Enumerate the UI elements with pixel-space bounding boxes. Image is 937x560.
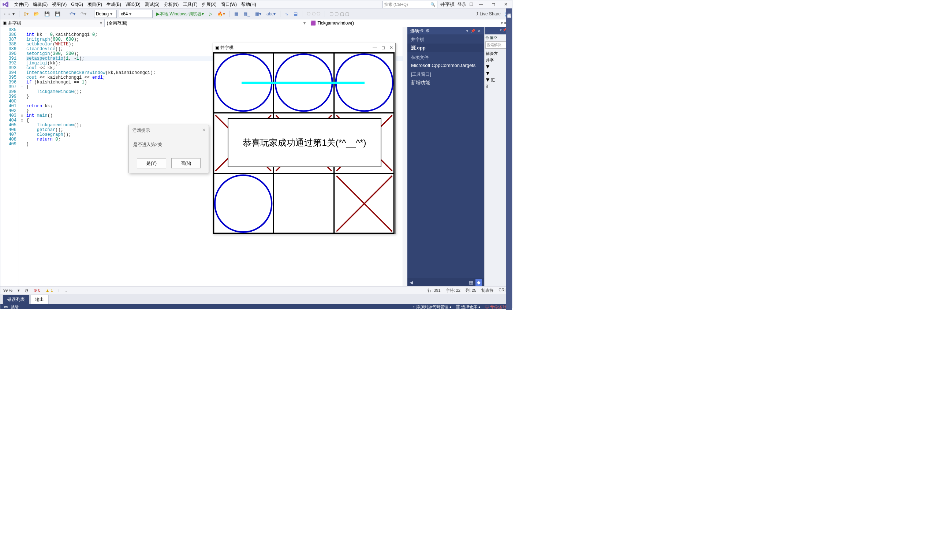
start-debug-button[interactable]: ▶ 本地 Windows 调试器 ▾ [155,11,205,18]
menu-bar: 文件(F)编辑(E)视图(V)Git(G)项目(P)生成(B)调试(D)测试(S… [0,0,512,8]
menu-item[interactable]: 生成(B) [104,2,123,7]
dialog-message: 是否进入第2关 [129,136,209,155]
undo-icon[interactable]: ↶▾ [68,11,77,17]
error-count[interactable]: ⊘ 0 [34,288,40,293]
live-share-button[interactable]: ⤴ Live Share 👤 [476,11,510,17]
nav-bar: ▣ 井字棋▾ (全局范围)▾ 🟪 Tickgamewindow()▾ ➕ [0,19,512,27]
char-indicator: 字符: 22 [446,288,460,293]
diamond-icon[interactable]: ◆ [475,279,482,286]
line-indicator: 行: 391 [428,288,440,293]
dock-tool-icon[interactable]: ◎ [485,35,489,40]
search-icon: 🔍 [431,2,435,7]
start-nodebug-icon[interactable]: ▷ [208,11,214,17]
save-all-icon[interactable]: 💾 [54,11,62,17]
menu-item[interactable]: 测试(S) [143,2,162,7]
menu-item[interactable]: 帮助(H) [239,2,258,7]
vs-logo-icon [2,1,9,8]
menu-item[interactable]: 扩展(X) [200,2,219,7]
zoom-level[interactable]: 99 % [3,288,12,292]
vs-window: 文件(F)编辑(E)视图(V)Git(G)项目(P)生成(B)调试(D)测试(S… [0,0,512,308]
hot-reload-icon[interactable]: 🔥▾ [216,11,226,17]
menu-item[interactable]: 编辑(E) [31,2,50,7]
tb-icon-2[interactable]: ▦_ [242,11,251,17]
home-icon[interactable]: ▦ [469,280,473,285]
nav-project-combo[interactable]: ▣ 井字棋▾ [0,19,105,27]
no-button[interactable]: 否(N) [171,158,201,168]
solution-name: 井字棋 [440,1,455,8]
redo-icon[interactable]: ↷▾ [79,11,88,17]
nav-member-combo[interactable]: 🟪 Tickgamewindow()▾ ➕ [308,19,512,27]
side-group-3: [工具窗口] [408,69,484,78]
panel-winbtns[interactable]: ▾ 📌 ✕ [466,29,481,33]
tb-icon-8[interactable]: ▢ ▢ ▢ ▢ [328,11,351,17]
tab-cpp-targets[interactable]: Microsoft.CppCommon.targets [408,62,484,69]
maximize-icon[interactable]: ◻ [382,45,385,50]
tb-icon-3[interactable]: ▦▾ [254,11,263,17]
message-dialog: 游戏提示 ✕ 是否进入第2关 是(Y) 否(N) [128,125,209,173]
standard-toolbar: ◦ ↔ ▾ ▯▾ 📂 💾 💾 ↶▾ ↷▾ Debug▾ x64▾ ▶ 本地 Wi… [0,8,512,19]
minimize-icon[interactable]: — [476,1,486,8]
indent-indicator[interactable]: 制表符 [481,288,493,293]
line-gutter: 3853863873883893903913923933943953963973… [0,27,19,286]
menu-item[interactable]: 窗口(W) [219,2,239,7]
tab-whatsnew[interactable]: 新增功能 [408,78,484,87]
nav-up-icon[interactable]: ↑ [58,288,60,292]
menu-item[interactable]: 视图(V) [50,2,69,7]
tab-source-cpp[interactable]: 源.cpp [408,43,484,52]
yes-button[interactable]: 是(Y) [137,158,166,168]
scrollbar[interactable] [403,27,408,286]
signin-link[interactable]: 登录 [457,2,466,8]
restore-icon[interactable]: ◻ [489,1,498,8]
menu-item[interactable]: 项目(P) [85,2,104,7]
quick-search-input[interactable]: 搜索 (Ctrl+Q)🔍 [383,1,437,8]
tb-icon-4[interactable]: abc▾ [265,11,277,17]
tab-error-list[interactable]: 错误列表 [3,295,30,304]
dock-tool-icon[interactable]: ▣ [490,35,493,40]
source-control[interactable]: ↑ 添加到源代码管理 ▴ [413,304,452,310]
repo-picker[interactable]: ▦ 选择仓库 ▴ [456,304,481,310]
minimize-icon[interactable]: — [372,45,377,50]
tabs-panel-title: 选项卡⚙ ▾ 📌 ✕ [408,27,484,34]
nav-down-icon[interactable]: ↓ [65,288,67,292]
tb-icon-1[interactable]: ▦ [233,11,240,17]
menu-item[interactable]: 调试(D) [123,2,143,7]
status-bar: ▭ 就绪 ↑ 添加到源代码管理 ▴ ▦ 选择仓库 ▴ ◎ 专命运1光 [0,304,512,309]
nav-scope-combo[interactable]: (全局范围)▾ [105,19,309,27]
win-line [242,82,365,84]
diagnostics-rail[interactable]: 诊断工具 [506,8,512,310]
save-icon[interactable]: 💾 [43,11,51,17]
tb-icon-5[interactable]: ↘ [283,11,290,17]
tb-icon-7[interactable]: ⎔ ⎔ ⎔ [305,11,322,17]
menu-item[interactable]: 文件(F) [12,2,31,7]
col-indicator: 列: 25 [466,288,476,293]
dock-tool-icon[interactable]: ⟳ [494,35,497,40]
app-icon: ▣ [215,45,219,50]
game-titlebar: ▣ 井字棋 —◻✕ [213,43,395,52]
no-issues-icon[interactable]: ◔ [25,288,29,293]
fold-column: ⊟⊟⊟ [19,27,25,286]
status-ready: 就绪 [11,304,18,310]
tool-tabs: 错误列表 输出 [0,294,512,304]
tab-output[interactable]: 输出 [31,295,49,304]
open-icon[interactable]: 📂 [32,11,41,17]
close-icon[interactable]: ✕ [202,128,206,132]
close-icon[interactable]: ✕ [501,1,511,8]
nav-back-icon[interactable]: ◦ ↔ ▾ [3,11,16,17]
status-extra: ◎ 专命运1光 [485,304,508,310]
scroll-left-icon[interactable]: ◀ [409,280,413,285]
dialog-title: 游戏提示 [129,125,209,136]
panel-footer: ◀ ▦ ◆ [408,278,484,286]
tabs-panel: 选项卡⚙ ▾ 📌 ✕ 井字棋 源.cpp 杂项文件 Microsoft.CppC… [408,27,484,286]
editor-status-row: 99 %▾ ◔ ⊘ 0 ▲ 1 ↑ ↓ 行: 391 字符: 22 列: 25 … [0,286,512,294]
config-combo[interactable]: Debug▾ [94,10,117,18]
gear-icon[interactable]: ⚙ [426,28,430,33]
new-item-icon[interactable]: ▯▾ [22,11,30,17]
platform-combo[interactable]: x64▾ [119,10,152,18]
warn-count[interactable]: ▲ 1 [45,288,53,292]
menu-item[interactable]: 分析(N) [162,2,181,7]
menu-item[interactable]: Git(G) [69,2,85,7]
close-icon[interactable]: ✕ [389,45,393,50]
side-group-2: 杂项文件 [408,52,484,62]
menu-item[interactable]: 工具(T) [181,2,200,7]
tb-icon-6[interactable]: ⬓ [292,11,299,17]
